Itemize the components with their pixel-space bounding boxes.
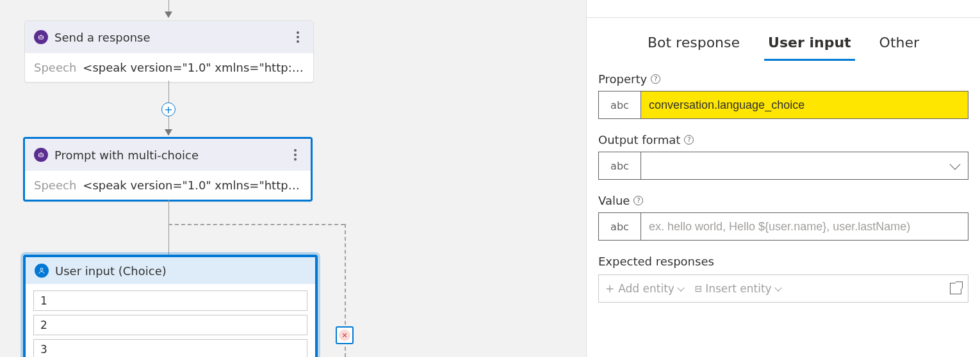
choice-option[interactable]: 1 (33, 290, 307, 311)
arrowhead-icon (165, 129, 172, 136)
arrowhead-icon (165, 12, 172, 18)
connector-dashed (168, 224, 345, 225)
node-title: User input (Choice) (55, 264, 167, 278)
panel-tabs: Bot response User input Other (598, 31, 968, 54)
node-prompt-multichoice[interactable]: Prompt with multi-choice Speech <speak v… (23, 137, 313, 202)
choice-option[interactable]: 2 (33, 315, 307, 335)
field-property: Property ? abc (598, 72, 968, 119)
bot-icon (34, 148, 48, 162)
node-title: Send a response (54, 31, 291, 44)
node-title: Prompt with multi-choice (54, 148, 289, 162)
svg-point-2 (42, 37, 42, 38)
field-label: Speech (34, 178, 76, 192)
chevron-down-icon (950, 159, 961, 170)
field-output-format: Output format ? abc (598, 133, 968, 180)
user-icon (35, 264, 49, 278)
field-value: <speak version="1.0" xmlns="http://www..… (83, 178, 302, 192)
connector (168, 200, 169, 255)
type-prefix[interactable]: abc (599, 152, 641, 179)
svg-point-6 (42, 155, 42, 155)
error-marker[interactable]: ✕ (336, 326, 354, 344)
insert-entity-button[interactable]: ⊟ Insert entity (695, 282, 781, 295)
field-label: Property (598, 72, 647, 86)
choice-option[interactable]: 3 (33, 339, 307, 357)
tab-user-input[interactable]: User input (767, 31, 853, 54)
type-prefix[interactable]: abc (599, 213, 641, 240)
svg-point-5 (40, 155, 40, 155)
add-entity-button[interactable]: + Add entity (605, 282, 683, 295)
bot-icon (34, 30, 48, 44)
svg-point-8 (40, 268, 43, 271)
tab-bot-response[interactable]: Bot response (646, 31, 741, 54)
insert-icon: ⊟ (695, 282, 701, 295)
type-prefix[interactable]: abc (599, 91, 641, 118)
field-value: Value ? abc (598, 194, 968, 241)
popout-icon[interactable] (950, 283, 961, 294)
help-icon[interactable]: ? (684, 135, 694, 145)
flow-canvas[interactable]: Send a response Speech <speak version="1… (0, 0, 586, 357)
active-tab-underline (764, 59, 855, 61)
property-input[interactable] (641, 91, 968, 118)
chevron-down-icon (774, 284, 781, 291)
expected-responses-toolbar: + Add entity ⊟ Insert entity (598, 274, 968, 303)
node-user-input-choice[interactable]: User input (Choice) 1 2 3 (23, 255, 318, 357)
tab-other[interactable]: Other (878, 31, 920, 54)
value-input[interactable] (641, 213, 968, 240)
chevron-down-icon (677, 284, 684, 291)
add-node-button[interactable]: + (161, 102, 176, 116)
plus-icon: + (605, 282, 614, 295)
more-icon[interactable] (289, 147, 302, 163)
field-label: Speech (34, 61, 76, 74)
expected-responses-label: Expected responses (598, 255, 968, 268)
properties-panel: Bot response User input Other Property ?… (586, 0, 980, 357)
field-label: Output format (598, 133, 680, 147)
field-value: <speak version="1.0" xmlns="http://www..… (83, 61, 304, 74)
error-icon: ✕ (339, 329, 350, 341)
field-label: Value (598, 194, 630, 207)
button-label: Insert entity (705, 282, 772, 295)
help-icon[interactable]: ? (651, 74, 660, 84)
output-format-select[interactable] (641, 152, 968, 179)
svg-point-1 (40, 37, 40, 38)
help-icon[interactable]: ? (633, 196, 643, 205)
tab-label: User input (768, 35, 851, 51)
more-icon[interactable] (291, 29, 304, 45)
panel-header-divider (587, 0, 980, 18)
node-send-response[interactable]: Send a response Speech <speak version="1… (24, 20, 314, 83)
button-label: Add entity (618, 282, 674, 295)
